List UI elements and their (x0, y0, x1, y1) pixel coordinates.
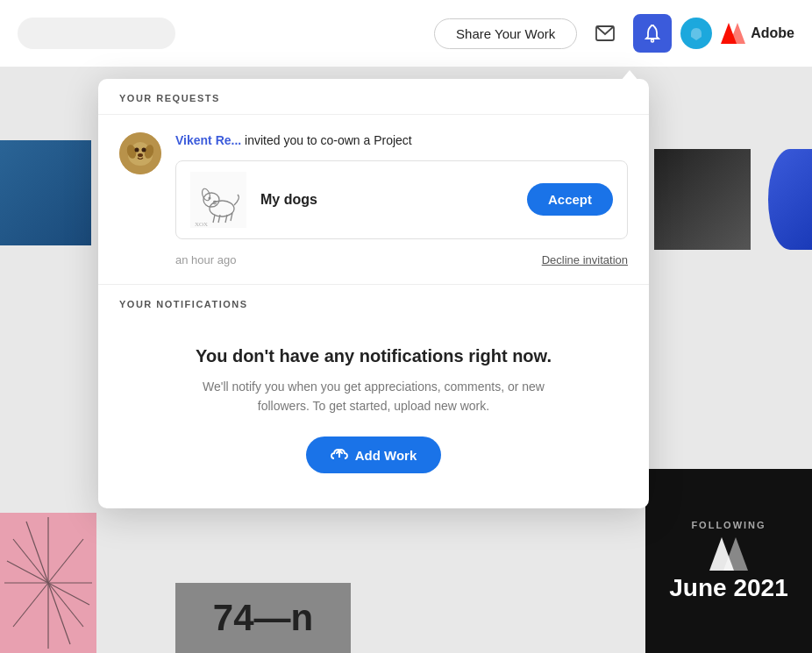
empty-title: You don't have any notifications right n… (133, 346, 614, 366)
svg-line-11 (48, 583, 70, 644)
requests-section: Vikent Re... invited you to co-own a Pro… (98, 115, 649, 284)
bg-image-right1 (654, 149, 751, 250)
bg-image-bottom-left (0, 513, 96, 653)
svg-point-15 (652, 39, 654, 42)
project-thumbnail: XOX (190, 172, 246, 228)
upload-icon (331, 447, 348, 463)
bg-image-left (0, 140, 91, 245)
empty-description: We'll notify you when you get appreciati… (198, 377, 549, 416)
request-message: Vikent Re... invited you to co-own a Pro… (175, 132, 628, 150)
svg-line-6 (48, 539, 83, 583)
panel-caret (621, 70, 638, 81)
user-avatar-icon (684, 21, 709, 46)
add-work-button[interactable]: Add Work (306, 437, 442, 473)
mail-button[interactable] (586, 14, 624, 53)
user-avatar[interactable] (680, 18, 712, 49)
bg-text-mid: 74—n (175, 583, 351, 653)
starburst-icon (0, 513, 96, 653)
following-month: June 2021 (669, 574, 787, 602)
svg-text:XOX: XOX (195, 221, 208, 228)
notification-panel: YOUR REQUESTS (98, 79, 649, 508)
svg-point-25 (135, 148, 139, 153)
adobe-logo-icon (709, 537, 748, 571)
request-timestamp: an hour ago (175, 253, 236, 266)
project-card: XOX My dogs Accept (175, 160, 628, 239)
header-left (18, 18, 175, 49)
project-thumbnail-icon: XOX (190, 172, 246, 228)
share-button[interactable]: Share Your Work (434, 18, 577, 49)
accept-button[interactable]: Accept (527, 183, 613, 216)
header: Share Your Work Adobe (0, 0, 812, 67)
requests-header: YOUR REQUESTS (98, 79, 649, 115)
decline-button[interactable]: Decline invitation (542, 253, 628, 266)
add-work-label: Add Work (355, 448, 417, 463)
request-footer: an hour ago Decline invitation (175, 253, 628, 284)
requester-avatar-icon (119, 132, 161, 174)
svg-line-10 (26, 522, 48, 583)
adobe-label: Adobe (751, 25, 794, 41)
request-text: Vikent Re... invited you to co-own a Pro… (175, 132, 628, 284)
bell-icon (644, 24, 661, 43)
requester-username-link[interactable]: Vikent Re... (175, 133, 241, 147)
svg-point-36 (209, 196, 211, 199)
request-row: Vikent Re... invited you to co-own a Pro… (119, 132, 628, 284)
empty-notifications: You don't have any notifications right n… (98, 320, 649, 509)
notifications-section: YOUR NOTIFICATIONS You don't have any no… (98, 285, 649, 509)
following-label: FOLLOWING (691, 520, 766, 530)
notifications-button[interactable] (633, 14, 672, 53)
svg-point-26 (142, 148, 146, 153)
svg-line-7 (13, 583, 48, 627)
svg-point-37 (213, 200, 217, 202)
svg-line-4 (13, 539, 48, 583)
svg-point-27 (138, 153, 143, 157)
mail-icon (595, 25, 615, 41)
adobe-logo: Adobe (721, 23, 794, 44)
adobe-brand-icon (721, 23, 745, 44)
notifications-header: YOUR NOTIFICATIONS (98, 285, 649, 320)
requester-avatar (119, 132, 161, 174)
bg-image-right2 (768, 149, 812, 250)
request-action-text: invited you to co-own a Project (245, 133, 412, 147)
project-name: My dogs (260, 192, 513, 208)
search-pill[interactable] (18, 18, 175, 49)
svg-line-5 (48, 583, 83, 627)
following-badge: FOLLOWING June 2021 (645, 469, 812, 653)
